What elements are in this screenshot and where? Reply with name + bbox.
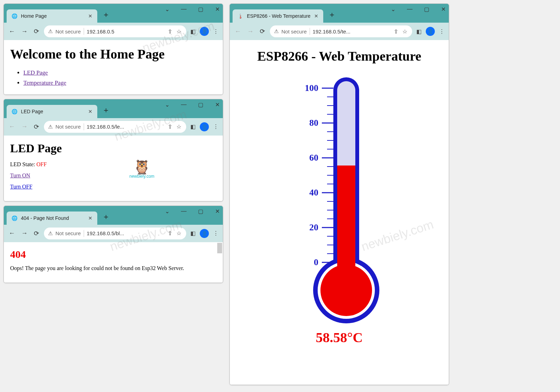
caret-icon: ⌄ xyxy=(164,6,171,13)
site-logo: 🦉 newbiely.com xyxy=(129,160,154,179)
titlebar: ⌄ — ▢ ✕ 🌐 LED Page ✕ ＋ xyxy=(4,99,223,118)
address-bar[interactable]: ⚠ Not secure 192.168.0.5/bl... ⇪ ☆ xyxy=(44,228,186,239)
owl-icon: 🦉 xyxy=(129,160,154,174)
maximize-button[interactable]: ▢ xyxy=(197,6,204,13)
minimize-button[interactable]: — xyxy=(180,101,187,108)
temperature-value: 58.58°C xyxy=(283,329,395,346)
browser-tab[interactable]: 🌡️ ESP8266 - Web Temperature ✕ xyxy=(233,9,323,23)
link-temperature-page[interactable]: Temperature Page xyxy=(23,79,66,86)
address-bar[interactable]: ⚠ Not secure 192.168.0.5/le... ⇪ ☆ xyxy=(44,121,186,133)
close-button[interactable]: ✕ xyxy=(440,6,447,13)
browser-tab[interactable]: 🌐 Home Page ✕ xyxy=(7,9,97,23)
tab-close-icon[interactable]: ✕ xyxy=(314,13,318,19)
tab-title: Home Page xyxy=(21,13,47,19)
tab-title: LED Page xyxy=(21,109,43,114)
toolbar: ← → ⟳ ⚠ Not secure 192.168.0.5/le... ⇪ ☆… xyxy=(4,118,223,136)
security-label: Not secure xyxy=(55,29,81,34)
scale-label: 0 xyxy=(314,257,318,267)
extensions-icon[interactable]: ◧ xyxy=(190,28,196,36)
close-button[interactable]: ✕ xyxy=(214,208,221,215)
scale-label: 100 xyxy=(305,83,318,93)
back-button[interactable]: ← xyxy=(7,122,16,132)
minimize-button[interactable]: — xyxy=(180,208,187,215)
tab-close-icon[interactable]: ✕ xyxy=(88,13,92,19)
url-text: 192.168.0.5/bl... xyxy=(87,230,164,236)
security-label: Not secure xyxy=(55,124,81,130)
share-icon[interactable]: ⇪ xyxy=(167,123,173,131)
forward-button[interactable]: → xyxy=(20,26,29,37)
extensions-icon[interactable]: ◧ xyxy=(190,123,196,131)
minimize-button[interactable]: — xyxy=(180,6,187,13)
link-turn-off[interactable]: Turn OFF xyxy=(10,184,217,190)
page-content: newbiely.com Welcome to the Home Page LE… xyxy=(4,40,223,94)
error-body: Oops! The page you are looking for could… xyxy=(10,265,217,271)
close-button[interactable]: ✕ xyxy=(214,101,221,108)
page-content: newbiely.com ESP8266 - Web Temperature xyxy=(230,40,449,385)
close-button[interactable]: ✕ xyxy=(214,6,221,13)
minimize-button[interactable]: — xyxy=(406,6,413,13)
share-icon[interactable]: ⇪ xyxy=(167,28,173,36)
profile-avatar[interactable]: 👤 xyxy=(200,27,209,36)
new-tab-button[interactable]: ＋ xyxy=(102,105,110,115)
star-icon[interactable]: ☆ xyxy=(176,229,182,237)
divider xyxy=(310,28,310,35)
profile-avatar[interactable]: 👤 xyxy=(426,27,435,36)
address-bar[interactable]: ⚠ Not secure 192.168.0.5 ⇪ ☆ xyxy=(44,25,186,37)
browser-tab[interactable]: 🌐 LED Page ✕ xyxy=(7,105,97,118)
thermometer-svg: 100 80 60 40 20 0 xyxy=(283,74,395,325)
menu-icon[interactable]: ⋮ xyxy=(212,123,219,131)
svg-point-2 xyxy=(320,264,372,316)
star-icon[interactable]: ☆ xyxy=(402,28,408,36)
extensions-icon[interactable]: ◧ xyxy=(190,229,196,237)
back-button[interactable]: ← xyxy=(233,26,242,37)
profile-avatar[interactable]: 👤 xyxy=(200,122,209,131)
scrollbar[interactable] xyxy=(217,243,222,253)
maximize-button[interactable]: ▢ xyxy=(197,208,204,215)
led-state-value: OFF xyxy=(37,161,47,167)
share-icon[interactable]: ⇪ xyxy=(393,28,399,36)
tab-title: ESP8266 - Web Temperature xyxy=(247,13,310,19)
browser-tab[interactable]: 🌐 404 - Page Not Found ✕ xyxy=(7,212,97,225)
menu-icon[interactable]: ⋮ xyxy=(438,28,445,36)
tab-title: 404 - Page Not Found xyxy=(21,215,69,221)
profile-avatar[interactable]: 👤 xyxy=(200,229,209,238)
new-tab-button[interactable]: ＋ xyxy=(328,9,336,20)
reload-button[interactable]: ⟳ xyxy=(32,122,40,132)
share-icon[interactable]: ⇪ xyxy=(167,229,173,237)
new-tab-button[interactable]: ＋ xyxy=(102,212,110,222)
link-led-page[interactable]: LED Page xyxy=(23,69,48,76)
tab-close-icon[interactable]: ✕ xyxy=(88,215,92,221)
page-heading: LED Page xyxy=(10,142,217,155)
back-button[interactable]: ← xyxy=(7,26,16,37)
star-icon[interactable]: ☆ xyxy=(176,28,182,36)
maximize-button[interactable]: ▢ xyxy=(197,101,204,108)
menu-icon[interactable]: ⋮ xyxy=(212,229,219,237)
page-heading: Welcome to the Home Page xyxy=(10,46,217,62)
address-bar[interactable]: ⚠ Not secure 192.168.0.5/te... ⇪ ☆ xyxy=(270,25,412,37)
forward-button[interactable]: → xyxy=(20,122,29,132)
menu-icon[interactable]: ⋮ xyxy=(212,28,219,36)
titlebar: ⌄ — ▢ ✕ 🌐 404 - Page Not Found ✕ ＋ xyxy=(4,206,223,225)
reload-button[interactable]: ⟳ xyxy=(32,26,40,37)
tab-close-icon[interactable]: ✕ xyxy=(88,109,92,114)
maximize-button[interactable]: ▢ xyxy=(423,6,430,13)
divider xyxy=(84,123,84,130)
reload-button[interactable]: ⟳ xyxy=(32,228,40,239)
security-label: Not secure xyxy=(55,230,81,236)
forward-button[interactable]: → xyxy=(246,26,255,37)
back-button[interactable]: ← xyxy=(7,228,16,238)
new-tab-button[interactable]: ＋ xyxy=(102,9,110,20)
divider xyxy=(84,28,84,35)
browser-window-404: ⌄ — ▢ ✕ 🌐 404 - Page Not Found ✕ ＋ ← → ⟳… xyxy=(3,206,223,283)
toolbar: ← → ⟳ ⚠ Not secure 192.168.0.5 ⇪ ☆ ◧ 👤 ⋮ xyxy=(4,23,223,40)
titlebar: ⌄ — ▢ ✕ 🌡️ ESP8266 - Web Temperature ✕ ＋ xyxy=(230,4,449,23)
warning-icon: ⚠ xyxy=(48,230,53,237)
browser-window-temperature: ⌄ — ▢ ✕ 🌡️ ESP8266 - Web Temperature ✕ ＋… xyxy=(229,3,449,385)
extensions-icon[interactable]: ◧ xyxy=(416,28,422,36)
star-icon[interactable]: ☆ xyxy=(176,123,182,131)
link-turn-on[interactable]: Turn ON xyxy=(10,172,217,179)
toolbar: ← → ⟳ ⚠ Not secure 192.168.0.5/bl... ⇪ ☆… xyxy=(4,225,223,242)
reload-button[interactable]: ⟳ xyxy=(258,26,266,37)
security-label: Not secure xyxy=(281,29,307,34)
forward-button[interactable]: → xyxy=(20,228,29,238)
